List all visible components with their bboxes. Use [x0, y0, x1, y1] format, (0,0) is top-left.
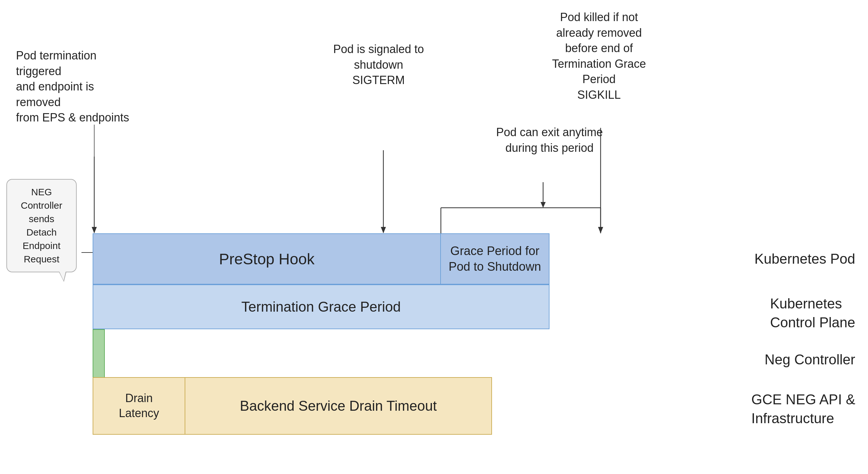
- backend-drain-bar: Backend Service Drain Timeout: [185, 377, 492, 435]
- drain-latency-bar: DrainLatency: [93, 377, 185, 435]
- annotation-pod-termination: Pod termination triggeredand endpoint is…: [16, 48, 134, 126]
- svg-marker-10: [540, 202, 546, 208]
- annotation-pod-can-exit: Pod can exit anytimeduring this period: [486, 125, 613, 156]
- label-kubernetes-control: KubernetesControl Plane: [770, 294, 855, 332]
- label-kubernetes-pod: Kubernetes Pod: [754, 249, 855, 268]
- svg-marker-3: [381, 227, 386, 233]
- annotation-pod-killed: Pod killed if notalready removedbefore e…: [530, 9, 668, 103]
- prestop-hook-label: PreStop Hook: [93, 233, 441, 285]
- annotation-pod-signaled: Pod is signaled toshutdownSIGTERM: [326, 41, 431, 88]
- grace-period-label: Grace Period forPod to Shutdown: [441, 233, 550, 285]
- svg-marker-5: [598, 227, 603, 233]
- label-gce-neg: GCE NEG API &Infrastructure: [751, 390, 855, 428]
- diagram-container: Pod termination triggeredand endpoint is…: [0, 0, 868, 474]
- termination-grace-bar: Termination Grace Period: [93, 285, 550, 329]
- prestop-hook-bar: PreStop Hook Grace Period forPod to Shut…: [93, 233, 550, 285]
- label-neg-controller: Neg Controller: [765, 350, 855, 369]
- svg-marker-1: [92, 227, 97, 233]
- neg-controller-bubble: NEGControllersendsDetachEndpointRequest: [6, 179, 77, 272]
- gce-neg-bars: DrainLatency Backend Service Drain Timeo…: [93, 377, 492, 435]
